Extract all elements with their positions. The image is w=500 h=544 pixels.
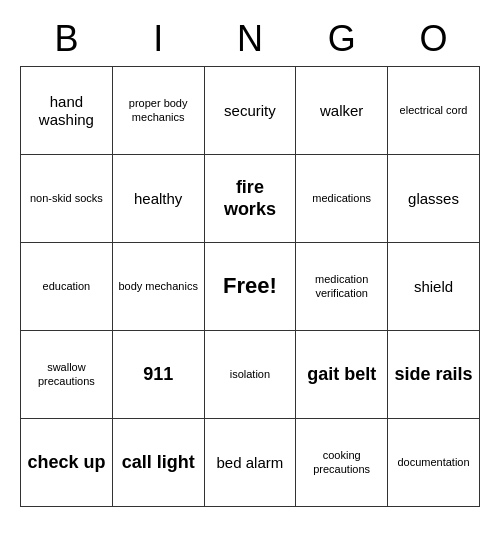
table-row: swallow precautions911isolationgait belt…	[21, 331, 480, 419]
bingo-letter: N	[204, 12, 296, 67]
bingo-cell: proper body mechanics	[112, 67, 204, 155]
bingo-cell: non-skid socks	[21, 155, 113, 243]
table-row: hand washingproper body mechanicssecurit…	[21, 67, 480, 155]
bingo-cell: check up	[21, 419, 113, 507]
bingo-cell: education	[21, 243, 113, 331]
bingo-cell: medication verification	[296, 243, 388, 331]
bingo-cell: fire works	[204, 155, 296, 243]
bingo-letter: O	[388, 12, 480, 67]
bingo-cell: security	[204, 67, 296, 155]
bingo-cell: swallow precautions	[21, 331, 113, 419]
bingo-cell: hand washing	[21, 67, 113, 155]
bingo-grid: BINGO hand washingproper body mechanicss…	[20, 12, 480, 507]
bingo-letter: B	[21, 12, 113, 67]
bingo-letter: I	[112, 12, 204, 67]
bingo-cell: Free!	[204, 243, 296, 331]
bingo-cell: isolation	[204, 331, 296, 419]
bingo-cell: gait belt	[296, 331, 388, 419]
bingo-cell: 911	[112, 331, 204, 419]
bingo-cell: side rails	[388, 331, 480, 419]
table-row: check upcall lightbed alarmcooking preca…	[21, 419, 480, 507]
bingo-cell: bed alarm	[204, 419, 296, 507]
bingo-cell: medications	[296, 155, 388, 243]
bingo-header	[20, 0, 480, 12]
bingo-cell: glasses	[388, 155, 480, 243]
bingo-cell: shield	[388, 243, 480, 331]
bingo-cell: documentation	[388, 419, 480, 507]
bingo-cell: call light	[112, 419, 204, 507]
table-row: non-skid sockshealthyfire worksmedicatio…	[21, 155, 480, 243]
bingo-cell: walker	[296, 67, 388, 155]
bingo-cell: cooking precautions	[296, 419, 388, 507]
bingo-letter: G	[296, 12, 388, 67]
table-row: educationbody mechanicsFree!medication v…	[21, 243, 480, 331]
bingo-cell: healthy	[112, 155, 204, 243]
bingo-cell: electrical cord	[388, 67, 480, 155]
bingo-cell: body mechanics	[112, 243, 204, 331]
